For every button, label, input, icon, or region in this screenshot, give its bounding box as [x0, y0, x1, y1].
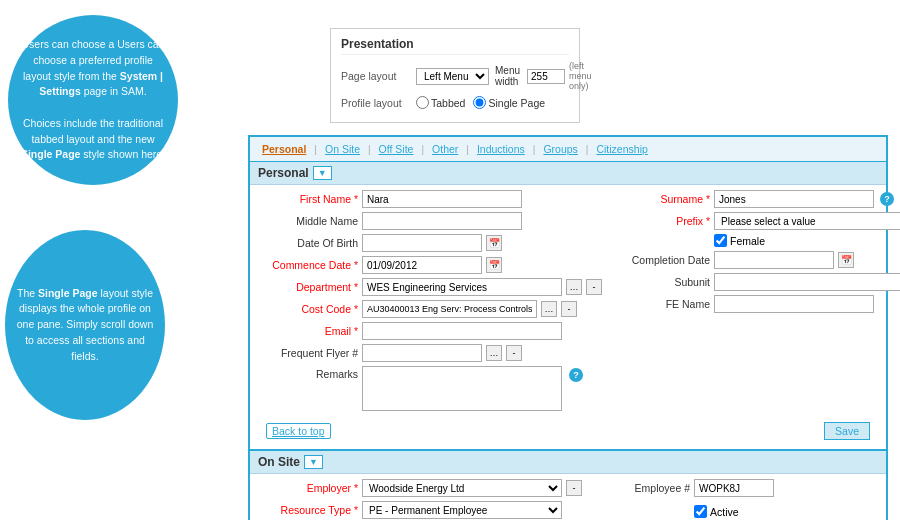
- prefix-select[interactable]: Please select a value: [714, 212, 900, 230]
- tab-other[interactable]: Other: [426, 141, 464, 157]
- female-label: Female: [730, 235, 765, 247]
- remarks-row: Remarks ?: [258, 366, 602, 411]
- on-site-label: On Site: [258, 455, 300, 469]
- resource-type-label: Resource Type *: [258, 504, 358, 516]
- employer-clear-btn[interactable]: -: [566, 480, 582, 496]
- employee-num-row: Employee #: [590, 479, 878, 497]
- cost-code-label: Cost Code *: [258, 303, 358, 315]
- personal-right-col: Surname * ? Prefix * Please select a val…: [610, 190, 900, 415]
- active-checkbox[interactable]: [694, 505, 707, 518]
- tab-off-site[interactable]: Off Site: [373, 141, 420, 157]
- presentation-title: Presentation: [341, 37, 569, 55]
- employee-num-label: Employee #: [590, 482, 690, 494]
- department-label: Department *: [258, 281, 358, 293]
- on-site-section: On Site ▼ Employer * Woodside Energy Ltd…: [250, 449, 886, 520]
- frequent-flyer-input[interactable]: [362, 344, 482, 362]
- cost-code-search-btn[interactable]: …: [541, 301, 557, 317]
- on-site-dropdown-btn[interactable]: ▼: [304, 455, 323, 469]
- profile-layout-label: Profile layout: [341, 97, 416, 109]
- middle-name-input[interactable]: [362, 212, 522, 230]
- surname-input[interactable]: [714, 190, 874, 208]
- completion-date-label: Completion Date: [610, 254, 710, 266]
- department-search-btn[interactable]: …: [566, 279, 582, 295]
- surname-help-icon[interactable]: ?: [880, 192, 894, 206]
- fe-name-label: FE Name: [610, 298, 710, 310]
- tabbed-radio[interactable]: [416, 96, 429, 109]
- tab-on-site[interactable]: On Site: [319, 141, 366, 157]
- department-row: Department * … -: [258, 278, 602, 296]
- on-site-section-header: On Site ▼: [250, 451, 886, 474]
- active-checkbox-group: Active: [694, 505, 739, 518]
- surname-row: Surname * ?: [610, 190, 900, 208]
- back-to-top-link[interactable]: Back to top: [266, 423, 331, 439]
- fe-name-row: FE Name: [610, 295, 900, 313]
- commence-date-row: Commence Date * 📅: [258, 256, 602, 274]
- first-name-label: First Name *: [258, 193, 358, 205]
- email-input[interactable]: [362, 322, 562, 340]
- menu-width-note: (left menu only): [569, 61, 592, 91]
- personal-dropdown-btn[interactable]: ▼: [313, 166, 332, 180]
- first-name-row: First Name *: [258, 190, 602, 208]
- remarks-label: Remarks: [258, 368, 358, 380]
- on-site-left-col: Employer * Woodside Energy Ltd - Resourc…: [258, 479, 582, 520]
- female-checkbox[interactable]: [714, 234, 727, 247]
- fe-name-input[interactable]: [714, 295, 874, 313]
- surname-label: Surname *: [610, 193, 710, 205]
- active-label: Active: [710, 506, 739, 518]
- subunit-select[interactable]: [714, 273, 900, 291]
- menu-width-input[interactable]: [527, 69, 565, 84]
- middle-name-label: Middle Name: [258, 215, 358, 227]
- department-input[interactable]: [362, 278, 562, 296]
- profile-form: Personal | On Site | Off Site | Other | …: [248, 135, 888, 520]
- callout-preferred-layout: Users can choose a Users can choose a pr…: [8, 15, 178, 185]
- employer-label: Employer *: [258, 482, 358, 494]
- employer-select[interactable]: Woodside Energy Ltd: [362, 479, 562, 497]
- completion-cal-icon[interactable]: 📅: [838, 252, 854, 268]
- employee-num-input[interactable]: [694, 479, 774, 497]
- profile-layout-radios: Tabbed Single Page: [416, 96, 545, 109]
- subunit-label: Subunit: [610, 276, 710, 288]
- first-name-input[interactable]: [362, 190, 522, 208]
- tab-personal[interactable]: Personal: [256, 141, 312, 157]
- single-page-radio-label[interactable]: Single Page: [473, 96, 545, 109]
- remarks-textarea[interactable]: [362, 366, 562, 411]
- resource-type-select[interactable]: PE - Permanent Employee: [362, 501, 562, 519]
- dob-input[interactable]: [362, 234, 482, 252]
- callout-single-page: The Single Page layout style displays th…: [5, 230, 165, 420]
- prefix-row: Prefix * Please select a value: [610, 212, 900, 230]
- tabbed-radio-label[interactable]: Tabbed: [416, 96, 465, 109]
- cost-code-row: Cost Code * … -: [258, 300, 602, 318]
- dob-label: Date Of Birth: [258, 237, 358, 249]
- department-clear-btn[interactable]: -: [586, 279, 602, 295]
- email-row: Email *: [258, 322, 602, 340]
- cost-code-clear-btn[interactable]: -: [561, 301, 577, 317]
- frequent-flyer-label: Frequent Flyer #: [258, 347, 358, 359]
- dob-calendar-icon[interactable]: 📅: [486, 235, 502, 251]
- resource-type-row: Resource Type * PE - Permanent Employee: [258, 501, 582, 519]
- presentation-box: Presentation Page layout Left Menu Menu …: [330, 28, 580, 123]
- page-layout-label: Page layout: [341, 70, 416, 82]
- frequent-flyer-clear-btn[interactable]: -: [506, 345, 522, 361]
- frequent-flyer-search-btn[interactable]: …: [486, 345, 502, 361]
- tab-groups[interactable]: Groups: [537, 141, 583, 157]
- commence-date-input[interactable]: [362, 256, 482, 274]
- active-row: Active: [590, 505, 878, 518]
- email-label: Email *: [258, 325, 358, 337]
- cost-code-input[interactable]: [362, 300, 537, 318]
- dob-row: Date Of Birth 📅: [258, 234, 602, 252]
- completion-date-row: Completion Date 📅: [610, 251, 900, 269]
- completion-date-input[interactable]: [714, 251, 834, 269]
- single-page-radio[interactable]: [473, 96, 486, 109]
- personal-section-label: Personal: [258, 166, 309, 180]
- menu-width-label: Menu width: [495, 65, 520, 87]
- subunit-row: Subunit -: [610, 273, 900, 291]
- remarks-help-icon[interactable]: ?: [569, 368, 583, 382]
- page-layout-select[interactable]: Left Menu: [416, 68, 489, 85]
- tab-inductions[interactable]: Inductions: [471, 141, 531, 157]
- commence-cal-icon[interactable]: 📅: [486, 257, 502, 273]
- commence-date-label: Commence Date *: [258, 259, 358, 271]
- employer-row: Employer * Woodside Energy Ltd -: [258, 479, 582, 497]
- save-button[interactable]: Save: [824, 422, 870, 440]
- female-row: Female: [610, 234, 900, 247]
- tab-citizenship[interactable]: Citizenship: [590, 141, 653, 157]
